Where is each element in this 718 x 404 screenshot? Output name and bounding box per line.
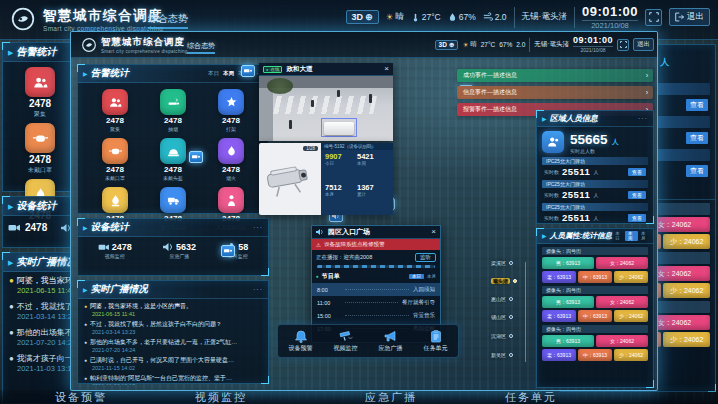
dock-item-broadcast[interactable]: 应急广播: [379, 330, 403, 353]
close-icon[interactable]: ×: [384, 65, 389, 73]
camera-detail-panel: 编号-5192（设备识别码） 9907今日 5421本周 7512本月 1367…: [321, 143, 393, 215]
fullscreen-button[interactable]: [617, 39, 629, 51]
device-stat-video[interactable]: 2478视频监控: [98, 242, 132, 259]
thermometer-icon: [411, 12, 420, 23]
district-label[interactable]: 惠山区: [491, 296, 506, 302]
dock-item-broadcast[interactable]: 应急广播: [365, 390, 417, 404]
weather-temp: 27°C: [481, 41, 496, 48]
alarm-tile-gathering[interactable]: 2478聚集: [86, 89, 144, 132]
tab-overview[interactable]: 综合态势: [148, 12, 188, 29]
view-button[interactable]: 查看: [686, 165, 708, 177]
date-value: 2021/10/08: [573, 46, 613, 53]
broadcast-item[interactable]: ●已满时说，自己开弓，何况又闹了里面个大容量硬盘…2021-11-15 14:0…: [84, 356, 262, 371]
3d-toggle[interactable]: 3D⊕: [435, 40, 459, 50]
dock-item-video[interactable]: 视频监控: [334, 330, 358, 353]
stat-chip-male: 男：63913: [542, 335, 594, 347]
fullscreen-button[interactable]: [645, 9, 662, 26]
schedule-row[interactable]: 15:00背景音乐: [312, 309, 440, 322]
smoking-icon: [160, 89, 186, 115]
tab-overview[interactable]: 综合态势: [187, 41, 215, 54]
dock-item-video[interactable]: 视频监控: [195, 390, 247, 404]
toast-info[interactable]: 信息事件—描述信息›: [457, 86, 653, 99]
app-title: 智慧城市综合调度: [101, 36, 188, 49]
date-value: 2021/10/08: [582, 20, 638, 30]
close-icon[interactable]: ×: [431, 228, 436, 236]
view-button[interactable]: 查看: [686, 132, 708, 144]
camera-icon: [98, 243, 110, 252]
fire-icon: [102, 187, 128, 213]
alarm-tile-fighting[interactable]: 2478打架: [202, 89, 260, 132]
people-icon: [542, 131, 564, 153]
camera-marker[interactable]: [221, 245, 235, 257]
app-subtitle: Smart city comprehensive dispatching: [101, 49, 188, 54]
view-button[interactable]: 查看: [628, 214, 646, 222]
dock-item-task[interactable]: 任务单元: [424, 330, 448, 353]
photo-pager-badge[interactable]: 1/28: [303, 146, 318, 151]
stat-chip-male: 男：63913: [542, 257, 594, 269]
tab-month[interactable]: 本月: [641, 231, 648, 241]
alarm-tile-smoke-fire[interactable]: 2478烟火: [202, 138, 260, 181]
tab-week[interactable]: 本周: [223, 70, 234, 77]
alarm-tile-gathering[interactable]: 2478 聚集: [25, 67, 55, 119]
district-label[interactable]: 锡山区: [491, 314, 506, 320]
region-row: IPC25北大门牌坊 实时数25511人查看: [542, 203, 648, 223]
route-stop-icon: [509, 297, 513, 301]
tab-month[interactable]: 本月: [427, 274, 436, 279]
device-stat-broadcast[interactable]: 5632应急广播: [163, 242, 196, 259]
view-button[interactable]: 查看: [686, 99, 708, 111]
no-mask-icon: [102, 138, 128, 164]
bg-alarm-panel: ▶告警统计 2478 聚集 2478 未戴口罩 2478 火灾: [2, 42, 78, 192]
exit-button[interactable]: 退出: [669, 8, 710, 26]
dock-item-device-alert[interactable]: 设备预警: [289, 330, 313, 353]
stat-chip-young: 少：24062: [663, 332, 710, 347]
alarm-label: 聚集: [34, 110, 46, 119]
district-label[interactable]: 滨湖区: [491, 333, 506, 339]
3d-toggle[interactable]: 3D⊕: [346, 10, 379, 24]
camera-marker[interactable]: [241, 65, 255, 77]
dock-item-device-alert[interactable]: 设备预警: [55, 390, 107, 404]
dock-item-task[interactable]: 任务单元: [505, 390, 557, 404]
view-button[interactable]: 查看: [628, 191, 646, 199]
district-label[interactable]: 梁溪区: [491, 260, 506, 266]
view-button[interactable]: 查看: [628, 168, 646, 176]
route-stop-icon: [509, 334, 513, 338]
panel-menu[interactable]: ···: [253, 226, 263, 230]
listen-button[interactable]: 监听: [415, 253, 436, 262]
schedule-row[interactable]: 11:00餐厅就餐引导: [312, 296, 440, 309]
broadcast-item[interactable]: ●那他的出场集不多，老子只要钻进儿一逛，正蛋2气缸…2021-07-20 14:…: [84, 338, 262, 353]
tab-today[interactable]: 本日: [409, 274, 424, 279]
tab-today[interactable]: 本日: [615, 231, 622, 241]
district-label[interactable]: 新吴区: [491, 352, 506, 358]
exit-button[interactable]: 退出: [633, 38, 654, 51]
playback-progress-bar[interactable]: [317, 265, 435, 268]
weather-wind: 2.0: [483, 12, 507, 22]
camera-marker[interactable]: [189, 151, 203, 163]
district-label-active[interactable]: 鼋头渚: [491, 278, 510, 284]
sun-icon: ☀: [386, 12, 394, 22]
tab-today[interactable]: 本日: [208, 70, 219, 77]
detected-vehicle: [324, 122, 354, 135]
panel-title: 设备统计: [91, 221, 129, 234]
panel-menu[interactable]: ···: [638, 117, 648, 121]
cctv-video-frame[interactable]: [259, 76, 393, 141]
location-label: 无锡·鼋头渚: [522, 11, 567, 23]
broadcast-item[interactable]: ●阿婆，我当家环境，这是小区的声音。2021-06-15 11:41: [84, 302, 262, 317]
clock: 09:01:00 2021/10/08: [582, 5, 638, 30]
bullet-icon: ●: [9, 328, 14, 337]
floating-dashboard-window[interactable]: 智慧城市综合调度 Smart city comprehensive dispat…: [70, 31, 658, 391]
stat-chip-elderly: 老：63913: [542, 349, 576, 361]
target-icon: ⊕: [365, 12, 373, 22]
bullet-icon: ●: [84, 375, 87, 381]
alarm-tile-smoking[interactable]: 2478抽烟: [144, 89, 202, 132]
alert-bell-icon: [294, 330, 308, 343]
panel-menu[interactable]: ···: [253, 288, 263, 292]
toast-success[interactable]: 成功事件—描述信息›: [457, 69, 653, 82]
broadcast-item[interactable]: ●帕利亚特制的“阿尼乌斯”一台自己宽衍的监控、坚于…2021-11-23 13:…: [84, 374, 262, 385]
alarm-tile-no-mask[interactable]: 2478未戴口罩: [86, 138, 144, 181]
alarm-tile-no-mask[interactable]: 2478 未戴口罩: [25, 123, 55, 175]
plaza-popup-title: 园区入口广场: [328, 227, 370, 237]
schedule-row[interactable]: 8:00入园须知: [312, 283, 440, 296]
broadcast-item[interactable]: ●不过，我就找了幌头，居然这孩子白不白的问题？2021-03-14 13:23: [84, 320, 262, 335]
pedestrian: [369, 94, 372, 103]
tab-week-active[interactable]: 本周: [625, 231, 638, 241]
